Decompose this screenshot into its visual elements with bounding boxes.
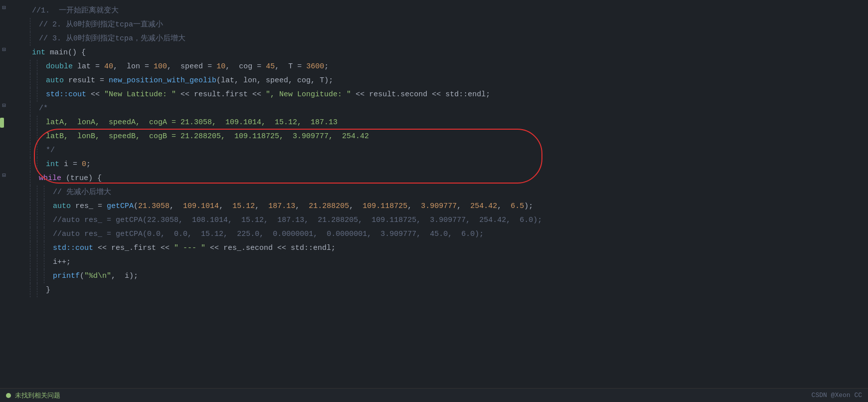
code-token: 187.13: [277, 216, 304, 224]
indent-guide: [30, 241, 37, 255]
code-token: printf: [53, 272, 80, 280]
code-content: auto result = new_position_with_geolib(l…: [44, 74, 868, 88]
code-token: =: [257, 62, 266, 71]
code-content: int i = 0;: [44, 158, 868, 172]
indent-guide: [30, 32, 37, 46]
code-line: latA, lonA, speedA, cogA = 21.3058, 109.…: [0, 116, 868, 130]
indent-guide: [30, 269, 37, 283]
indent-guide: [37, 200, 44, 213]
code-content: latB, lonB, speedB, cogB = 21.288205, 10…: [44, 130, 868, 144]
code-token: );: [524, 202, 533, 210]
code-token: ", New Longitude: ": [266, 90, 351, 99]
code-content: auto res_ = getCPA(21.3058, 109.1014, 15…: [51, 200, 868, 213]
code-token: );: [533, 216, 542, 224]
code-line: auto result = new_position_with_geolib(l…: [0, 74, 868, 88]
code-token: 3.909777: [421, 202, 457, 210]
code-token: =: [98, 202, 107, 210]
code-token: , speed: [167, 62, 207, 71]
code-token: 6.5: [511, 202, 524, 210]
code-token: "%d\n": [84, 272, 111, 280]
code-line: ⊟while (true) {: [0, 172, 868, 186]
code-token: // 先减小后增大: [53, 188, 111, 197]
code-token: 45.0: [430, 230, 448, 238]
code-token: res_: [71, 202, 98, 210]
code-content: i++;: [51, 255, 868, 269]
code-token: 22.3058: [147, 216, 178, 224]
code-line: int i = 0;: [0, 158, 868, 172]
code-token: 6.0: [520, 216, 533, 224]
code-token: 254.42: [470, 202, 497, 210]
code-token: 21.288205: [318, 216, 358, 224]
code-token: =: [297, 62, 306, 71]
code-token: 0: [82, 160, 86, 169]
indent-guide: [44, 269, 51, 283]
fold-icon[interactable]: ⊟: [0, 102, 8, 110]
code-token: 225.0: [237, 230, 259, 238]
code-token: 108.1014: [192, 216, 228, 224]
code-content: std::cout << res_.first << " --- " << re…: [51, 241, 868, 255]
code-token: ,: [313, 230, 327, 238]
code-token: 254.42: [479, 216, 506, 224]
code-token: ,: [358, 216, 371, 224]
code-token: ,: [349, 202, 362, 210]
indent-guide: [37, 283, 44, 297]
code-content: //1. 一开始距离就变大: [30, 4, 868, 18]
indent-guide: [44, 200, 51, 213]
line-gutter: ⊟: [0, 172, 30, 180]
code-token: double: [46, 62, 73, 71]
fold-icon[interactable]: ⊟: [0, 46, 8, 54]
code-content: // 先减小后增大: [51, 186, 868, 200]
indent-guide: [30, 186, 37, 200]
code-line: // 2. 从0时刻到指定tcpa一直减小: [0, 18, 868, 32]
code-token: 15.12: [241, 216, 264, 224]
code-token: ,: [304, 216, 318, 224]
code-token: ,: [497, 202, 511, 210]
indent-guide: [30, 116, 37, 130]
code-token: {: [77, 48, 86, 57]
code-token: ,: [187, 230, 201, 238]
code-token: (true) {: [61, 174, 102, 183]
code-token: " --- ": [174, 244, 205, 252]
code-token: ,: [448, 230, 461, 238]
code-token: (lat, lon, speed, cog, T);: [216, 76, 333, 85]
indent-guide: [30, 88, 37, 102]
code-token: int: [32, 48, 45, 57]
fold-icon[interactable]: ⊟: [0, 172, 8, 180]
code-content: double lat = 40, lon = 100, speed = 10, …: [44, 60, 868, 74]
indent-guide: [37, 60, 44, 74]
code-line: double lat = 40, lon = 100, speed = 10, …: [0, 60, 868, 74]
code-line: //auto res_ = getCPA(0.0, 0.0, 15.12, 22…: [0, 227, 868, 241]
code-line: */: [0, 144, 868, 158]
code-line: std::cout << "New Latitude: " << result.…: [0, 88, 868, 102]
code-token: // 2. 从0时刻到指定tcpa一直减小: [39, 20, 163, 29]
code-token: (: [80, 272, 84, 280]
code-token: 187.13: [268, 202, 295, 210]
code-token: << result.second << std::endl;: [351, 90, 490, 99]
code-token: 3.909777: [430, 216, 466, 224]
code-token: */: [46, 146, 55, 155]
code-token: std::cout: [53, 244, 93, 252]
line-gutter: ⊟: [0, 46, 30, 54]
code-token: ,: [161, 230, 174, 238]
indent-guide: [37, 74, 44, 88]
code-token: << result.first <<: [176, 90, 266, 99]
code-line: // 3. 从0时刻到指定tcpa，先减小后增大: [0, 32, 868, 46]
code-content: printf("%d\n", i);: [51, 269, 868, 283]
code-token: 40: [104, 62, 113, 71]
code-token: 21.288205, 109.118725, 3.909777, 254.42: [180, 132, 369, 141]
code-token: /*: [39, 104, 48, 113]
status-left: 未找到相关问题: [6, 391, 60, 400]
code-token: latA, lonA, speedA, cogA =: [46, 118, 180, 127]
code-token: 100: [154, 62, 167, 71]
code-token: << res_.first <<: [93, 244, 174, 252]
code-token: //1. 一开始距离就变大: [32, 6, 119, 15]
code-line: auto res_ = getCPA(21.3058, 109.1014, 15…: [0, 200, 868, 213]
code-line: //auto res_ = getCPA(22.3058, 108.1014, …: [0, 213, 868, 227]
code-token: main(): [45, 48, 77, 57]
fold-icon[interactable]: ⊟: [0, 4, 8, 12]
indent-guide: [44, 241, 51, 255]
indent-guide: [37, 144, 44, 158]
indent-guide: [30, 144, 37, 158]
code-token: << res_.second << std::endl;: [205, 244, 336, 252]
indent-guide: [44, 227, 51, 241]
